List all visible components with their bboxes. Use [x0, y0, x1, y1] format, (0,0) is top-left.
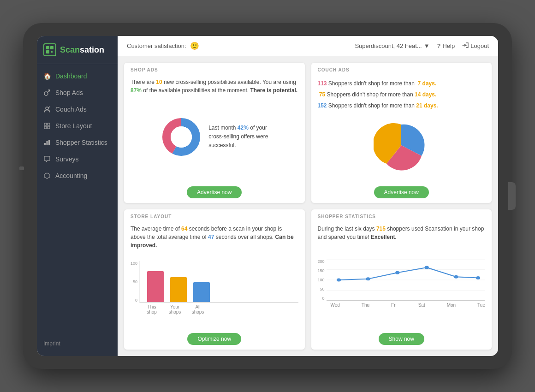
sidebar-item-store-layout[interactable]: Store Layout	[37, 118, 118, 134]
svg-rect-0	[46, 46, 49, 49]
x-label-fri: Fri	[391, 303, 397, 308]
sidebar-item-surveys[interactable]: Surveys	[37, 151, 118, 167]
couch-count-2: 75	[319, 91, 325, 98]
store-layout-section-label: STORE LAYOUT	[124, 209, 305, 221]
nav-store-layout-label: Store Layout	[55, 122, 92, 130]
svg-rect-7	[44, 123, 47, 125]
store-layout-body: The average time of 64 seconds before a …	[124, 221, 305, 329]
bar-chart-area: 100 50 0	[131, 261, 298, 303]
couch-ads-card: COUCH ADS 113 Shoppers didn't shop for m…	[311, 63, 492, 203]
svg-point-24	[395, 271, 399, 274]
couch-ads-advertise-button[interactable]: Advertise now	[374, 186, 429, 198]
bars-container	[139, 261, 298, 303]
x-label-wed: Wed	[331, 303, 340, 308]
nav-shop-ads-label: Shop Ads	[55, 89, 83, 96]
app-name: Scansation	[60, 45, 104, 55]
line-chart-svg-container	[327, 259, 485, 301]
store-layout-chart: 100 50 0	[131, 249, 298, 326]
svg-rect-12	[47, 141, 48, 145]
shop-ads-count: 10	[156, 79, 162, 85]
bar-your-shops	[170, 277, 187, 302]
svg-rect-10	[48, 126, 50, 129]
x-label-thu: Thu	[362, 303, 369, 308]
couch-days-2: 14 days.	[415, 91, 436, 98]
shopper-statistics-card: SHOPPER STATISTICS During the last six d…	[311, 209, 492, 350]
sidebar-item-dashboard[interactable]: 🏠 Dashboard	[37, 68, 118, 84]
donut-pct: 42%	[238, 125, 249, 131]
bar-chart-wrapper: 100 50 0	[131, 261, 298, 315]
sidebar-logo: Scansation	[37, 36, 118, 64]
shop-ads-advertise-button[interactable]: Advertise now	[187, 186, 242, 198]
shop-ads-text: There are 10 new cross-selling possibili…	[131, 78, 298, 95]
imprint-link[interactable]: Imprint	[37, 337, 118, 350]
shopper-stats-chart: 200 150 100 50 0	[318, 241, 486, 326]
y-axis: 100 50 0	[131, 261, 139, 303]
logout-button[interactable]: Logout	[462, 42, 489, 50]
donut-chart	[160, 116, 202, 158]
shopper-stats-footer: Show now	[311, 329, 492, 350]
svg-point-22	[336, 279, 340, 282]
svg-rect-11	[44, 143, 46, 145]
svg-rect-9	[44, 126, 47, 129]
bar-label-3: All shops	[190, 304, 206, 315]
tablet-frame: Scansation 🏠 Dashboard Shop Ads	[23, 23, 512, 369]
nav-dashboard-label: Dashboard	[55, 72, 87, 80]
header: Customer satisfaction: 🙂 Superdiscount, …	[118, 36, 498, 56]
shopper-stats-show-button[interactable]: Show now	[379, 333, 424, 345]
donut-container: Last month 42% of yourcross-selling offe…	[160, 116, 268, 158]
store-name: Superdiscount, 42 Feat...	[355, 42, 422, 49]
bar-this-shop	[147, 271, 164, 302]
svg-point-25	[424, 266, 428, 269]
donut-text: Last month 42% of yourcross-selling offe…	[208, 124, 268, 150]
store-layout-icon	[43, 122, 51, 130]
svg-point-17	[171, 126, 192, 148]
line-y-axis: 200 150 100 50 0	[318, 259, 327, 301]
store-layout-optimize-button[interactable]: Optimize now	[187, 333, 241, 345]
help-button[interactable]: ? Help	[437, 42, 455, 49]
header-right: Superdiscount, 42 Feat... ▼ ? Help	[355, 42, 489, 50]
accounting-icon	[43, 172, 51, 179]
couch-ads-section-label: COUCH ADS	[311, 63, 492, 74]
shop-ads-icon	[43, 89, 51, 96]
sidebar-item-accounting[interactable]: Accounting	[37, 167, 118, 184]
couch-ads-chart	[318, 111, 486, 179]
dashboard-grid: SHOP ADS There are 10 new cross-selling …	[118, 56, 498, 356]
couch-ads-footer: Advertise now	[311, 183, 492, 203]
sidebar-item-shop-ads[interactable]: Shop Ads	[37, 84, 118, 101]
svg-rect-1	[50, 46, 54, 49]
shopper-excellent: Excellent.	[371, 234, 397, 240]
store-selector[interactable]: Superdiscount, 42 Feat... ▼	[355, 42, 429, 49]
bar-group-2	[170, 277, 187, 302]
store-layout-text: The average time of 64 seconds before a …	[131, 225, 298, 249]
logo-icon	[43, 43, 56, 56]
dropdown-icon: ▼	[424, 42, 430, 49]
logout-icon	[462, 42, 469, 50]
couch-stat-1: 113 Shoppers didn't shop for more than 7…	[318, 78, 486, 89]
shopper-stats-text: During the last six days 715 shoppers us…	[318, 225, 486, 241]
svg-rect-3	[51, 51, 53, 53]
x-label-mon: Mon	[447, 303, 456, 308]
svg-point-5	[46, 107, 48, 110]
bar-labels: This shop Your shops All shops	[131, 304, 298, 315]
bar-group-1	[147, 271, 164, 302]
statistics-icon	[43, 139, 51, 146]
svg-line-6	[48, 107, 50, 108]
sidebar: Scansation 🏠 Dashboard Shop Ads	[37, 36, 118, 356]
smiley-icon: 🙂	[190, 42, 199, 50]
couch-days-3: 21 days.	[416, 102, 438, 109]
sidebar-divider	[37, 64, 118, 64]
sidebar-item-shopper-statistics[interactable]: Shopper Statistics	[37, 134, 118, 151]
svg-point-27	[476, 276, 480, 279]
sidebar-item-couch-ads[interactable]: Couch Ads	[37, 101, 118, 118]
store-time-1: 64	[181, 226, 187, 232]
shop-ads-pct: 87%	[131, 87, 142, 94]
header-left: Customer satisfaction: 🙂	[127, 42, 199, 50]
shop-ads-potential: There is potential.	[250, 87, 298, 94]
nav-accounting-label: Accounting	[55, 172, 87, 179]
couch-count-3: 152	[318, 102, 327, 109]
help-question-icon: ?	[437, 42, 441, 49]
couch-ads-icon	[43, 106, 51, 113]
nav-surveys-label: Surveys	[55, 155, 79, 163]
line-x-labels: Wed Thu Fri Sat Mon Tue	[318, 303, 486, 308]
tablet-screen: Scansation 🏠 Dashboard Shop Ads	[37, 36, 498, 356]
